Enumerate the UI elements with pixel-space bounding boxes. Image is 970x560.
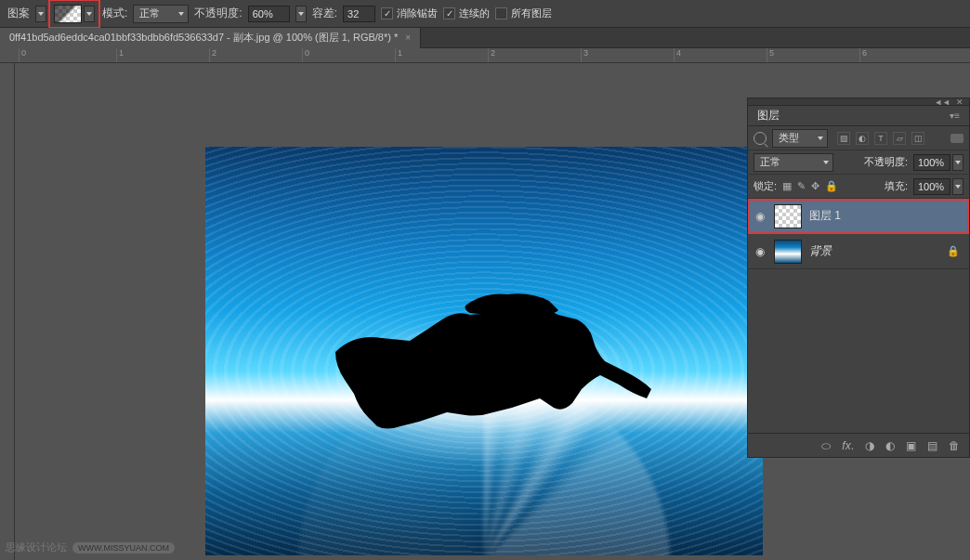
- pattern-swatch-highlight: [52, 3, 97, 25]
- document-tabs: 0ff41bd5ad6eddc4ca01bbf33bdbb6fd536633d7…: [0, 28, 970, 48]
- filter-smart-icon[interactable]: ◫: [911, 132, 924, 145]
- horse-rider-silhouette: [280, 241, 688, 445]
- close-icon[interactable]: ×: [405, 33, 411, 43]
- link-layers-icon[interactable]: ⬭: [821, 439, 831, 452]
- antialias-label: 消除锯齿: [397, 7, 438, 20]
- pattern-dropdown[interactable]: [35, 6, 46, 22]
- lock-position-icon[interactable]: ✥: [811, 180, 819, 192]
- ruler-tick: 1: [395, 48, 402, 63]
- layers-tab[interactable]: 图层 ▾≡: [748, 106, 969, 126]
- opacity-input[interactable]: [248, 6, 290, 22]
- filter-toggle[interactable]: [950, 134, 963, 143]
- ruler-tick: 2: [488, 48, 495, 63]
- ruler-tick: 0: [302, 48, 309, 63]
- panel-menu-icon[interactable]: ▾≡: [950, 111, 960, 121]
- layers-panel: ◄◄✕ 图层 ▾≡ 类型 ▧ ◐ T ▱ ◫ 正常 不透明度: 锁定:: [747, 98, 970, 458]
- lock-transparent-icon[interactable]: ▦: [782, 180, 792, 192]
- ruler-tick: 4: [674, 48, 681, 63]
- filter-adjust-icon[interactable]: ◐: [856, 132, 869, 145]
- lock-icon: 🔒: [947, 245, 960, 257]
- ruler-tick: 6: [859, 48, 867, 63]
- filter-icons: ▧ ◐ T ▱ ◫: [837, 132, 924, 145]
- contiguous-checkbox[interactable]: [443, 7, 455, 20]
- blend-mode-value: 正常: [760, 155, 780, 169]
- layer-thumbnail[interactable]: [774, 240, 802, 264]
- filter-row: 类型 ▧ ◐ T ▱ ◫: [748, 126, 969, 150]
- adjustment-icon[interactable]: ◐: [885, 439, 895, 452]
- visibility-eye-icon[interactable]: ◉: [754, 210, 767, 223]
- layer-item[interactable]: ◉ 图层 1: [748, 199, 969, 234]
- options-bar: 图案 模式: 正常 不透明度: 容差: 消除锯齿 连续的 所有图层: [0, 0, 970, 28]
- filter-label: 类型: [779, 131, 799, 145]
- ruler-tick: 5: [767, 48, 774, 63]
- all-layers-checkbox[interactable]: [495, 7, 507, 20]
- ruler-tick: 2: [209, 48, 216, 63]
- ruler-horizontal: 0 1 2 0 1 2 3 4 5 6: [0, 48, 970, 63]
- watermark-url: WWW.MISSYUAN.COM: [72, 542, 175, 553]
- lock-all-icon[interactable]: 🔒: [825, 180, 838, 192]
- group-icon[interactable]: ▣: [906, 439, 916, 452]
- document-tab[interactable]: 0ff41bd5ad6eddc4ca01bbf33bdbb6fd536633d7…: [0, 28, 421, 48]
- fx-icon[interactable]: fx.: [842, 439, 854, 452]
- all-layers-label: 所有图层: [511, 7, 552, 20]
- mode-select[interactable]: 正常: [133, 5, 189, 23]
- layer-opacity-label: 不透明度:: [864, 155, 908, 169]
- blend-row: 正常 不透明度:: [748, 150, 969, 175]
- layer-opacity-dropdown[interactable]: [952, 154, 963, 171]
- panel-title: 图层: [757, 108, 780, 124]
- fill-input[interactable]: [913, 178, 950, 195]
- lock-row: 锁定: ▦ ✎ ✥ 🔒 填充:: [748, 175, 969, 199]
- layer-list-empty: [748, 269, 969, 433]
- layer-opacity-input[interactable]: [913, 154, 950, 171]
- fill-label: 填充:: [885, 179, 908, 193]
- blend-mode-select[interactable]: 正常: [754, 153, 833, 172]
- watermark: 思缘设计论坛 WWW.MISSYUAN.COM: [6, 540, 175, 554]
- tolerance-input[interactable]: [343, 6, 375, 22]
- visibility-eye-icon[interactable]: ◉: [754, 245, 767, 258]
- filter-type-icon[interactable]: T: [874, 132, 887, 145]
- fill-dropdown[interactable]: [952, 178, 963, 195]
- ruler-vertical: [0, 63, 15, 560]
- layer-thumbnail[interactable]: [774, 204, 802, 228]
- layer-name[interactable]: 背景: [809, 243, 832, 259]
- lock-label: 锁定:: [754, 179, 777, 193]
- pattern-swatch[interactable]: [54, 5, 82, 23]
- mode-value: 正常: [139, 7, 160, 20]
- layer-name[interactable]: 图层 1: [809, 208, 841, 224]
- canvas-image[interactable]: [205, 147, 763, 555]
- filter-type-select[interactable]: 类型: [772, 129, 828, 148]
- tolerance-label: 容差:: [312, 6, 337, 21]
- lock-paint-icon[interactable]: ✎: [797, 180, 806, 192]
- search-icon: [754, 132, 767, 145]
- panel-footer: ⬭ fx. ◑ ◐ ▣ ▤ 🗑: [748, 433, 969, 457]
- pattern-picker-dropdown[interactable]: [84, 6, 95, 22]
- opacity-dropdown[interactable]: [295, 6, 307, 22]
- mode-label: 模式:: [102, 6, 127, 21]
- mask-icon[interactable]: ◑: [865, 439, 874, 452]
- layer-item[interactable]: ◉ 背景 🔒: [748, 234, 969, 269]
- pattern-label: 图案: [7, 6, 30, 21]
- filter-shape-icon[interactable]: ▱: [893, 132, 906, 145]
- layer-list: ◉ 图层 1 ◉ 背景 🔒: [748, 199, 969, 269]
- ruler-tick: 0: [19, 48, 26, 63]
- watermark-text: 思缘设计论坛: [6, 540, 67, 554]
- contiguous-label: 连续的: [459, 7, 490, 20]
- trash-icon[interactable]: 🗑: [949, 439, 960, 452]
- opacity-label: 不透明度:: [194, 6, 242, 21]
- new-layer-icon[interactable]: ▤: [927, 439, 937, 452]
- filter-pixel-icon[interactable]: ▧: [837, 132, 850, 145]
- ruler-tick: 3: [581, 48, 588, 63]
- ruler-tick: 1: [116, 48, 124, 63]
- antialias-checkbox[interactable]: [381, 7, 393, 20]
- panel-collapse-bar[interactable]: ◄◄✕: [748, 98, 969, 106]
- document-title: 0ff41bd5ad6eddc4ca01bbf33bdbb6fd536633d7…: [9, 31, 398, 45]
